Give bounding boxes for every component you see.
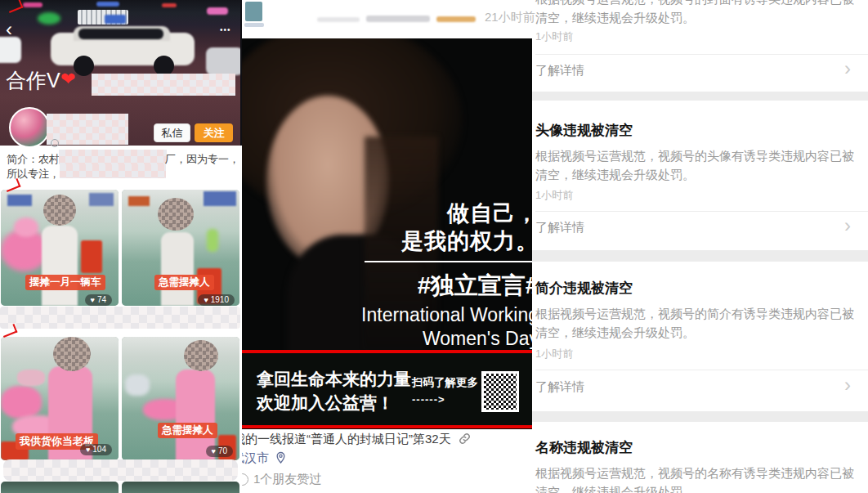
notification-title: 简介违规被清空 bbox=[535, 279, 633, 298]
link-icon[interactable] bbox=[459, 432, 471, 445]
like-count: ♥ 74 bbox=[85, 294, 112, 306]
car-left bbox=[0, 37, 21, 63]
back-icon[interactable]: ‹ bbox=[6, 20, 12, 39]
banner-line2: 欢迎加入公益营！ bbox=[257, 392, 394, 415]
profile-panel: ‹ ••• 合作V ❤ 私信 关注 简介：农村 厂，因为专一， 所以专注， bbox=[0, 0, 242, 493]
blue-sign bbox=[105, 15, 126, 24]
notifications-panel: 根据视频号运营规范，视频号的封面有诱导类违规内容已被清空，继续违规会升级处罚。 … bbox=[532, 0, 868, 493]
poster-english1: International Working bbox=[361, 304, 532, 326]
post-caption: 我的一线报道“普通人的封城日记”第32天 bbox=[242, 432, 532, 447]
neon-sign bbox=[207, 7, 228, 15]
qr-code bbox=[481, 371, 519, 412]
like-count: ♥ 104 bbox=[80, 444, 112, 455]
blurred-face bbox=[158, 198, 194, 231]
page-title: 合作V bbox=[6, 67, 60, 94]
notification-body: 根据视频号运营规范，视频号的名称有诱导类违规内容已被清空，继续违规会升级处罚。 bbox=[535, 464, 859, 493]
green-neon bbox=[38, 12, 60, 25]
post-panel: 做自己， 是我的权力。 #独立宣言# International Working… bbox=[242, 0, 532, 493]
neon-sign bbox=[96, 2, 119, 7]
bio-blur-1 bbox=[59, 150, 167, 164]
notification-body: 根据视频号运营规范，视频号的简介有诱导类违规内容已被清空，继续违规会升级处罚。 bbox=[535, 304, 859, 342]
video-thumb-2[interactable]: 急需摆摊人 ♥ 1910 bbox=[122, 190, 239, 306]
overlay-timestamp: 21小时前 bbox=[485, 10, 535, 25]
blurred-strip-2 bbox=[3, 459, 238, 481]
notification-body: 根据视频号运营规范，视频号的头像有诱导类违规内容已被清空，继续违规会升级处罚。 bbox=[535, 146, 859, 184]
red-annotation bbox=[7, 0, 24, 13]
like-count: ♥ 70 bbox=[206, 446, 233, 457]
banner-line1: 拿回生命本来的力量 bbox=[257, 368, 411, 391]
video-caption: 摆摊一月一辆车 bbox=[25, 275, 105, 290]
divider bbox=[535, 211, 868, 212]
gender-icon bbox=[51, 139, 59, 147]
divider bbox=[535, 370, 868, 370]
details-link[interactable]: 了解详情 bbox=[535, 63, 584, 78]
blurred-username bbox=[92, 74, 235, 96]
blurred-face bbox=[43, 195, 76, 226]
post-image[interactable]: 做自己， 是我的权力。 #独立宣言# International Working… bbox=[242, 38, 532, 429]
heart-icon: ♥ bbox=[91, 295, 95, 305]
poster-rule bbox=[365, 261, 532, 262]
header-blur-text bbox=[317, 17, 360, 22]
section-separator bbox=[532, 92, 868, 101]
heart-icon: ♥ bbox=[86, 445, 90, 455]
video-thumb-3[interactable]: 我供货你当老板 ♥ 104 bbox=[1, 337, 119, 460]
heart-icon: ♥ bbox=[212, 446, 216, 456]
car-right bbox=[206, 47, 242, 75]
dashed-arrow-icon: ------> bbox=[412, 393, 445, 406]
header-blur-link bbox=[436, 16, 476, 22]
like-icon-partial bbox=[242, 473, 248, 486]
more-icon[interactable]: ••• bbox=[220, 25, 231, 34]
like-count: ♥ 1910 bbox=[198, 294, 235, 306]
location-pin-icon bbox=[275, 451, 286, 464]
header-blur-text bbox=[366, 16, 430, 22]
details-link[interactable]: 了解详情 bbox=[535, 379, 584, 395]
poster-banner: 拿回生命本来的力量 欢迎加入公益营！ 扫码了解更多 ------> bbox=[242, 353, 532, 425]
bio-blur-2 bbox=[60, 164, 166, 178]
section-separator bbox=[532, 411, 868, 422]
poster-text-line1: 做自己， bbox=[447, 199, 532, 228]
section-separator bbox=[532, 250, 868, 262]
video-thumb-5-partial[interactable] bbox=[1, 482, 119, 493]
blurred-face bbox=[53, 337, 91, 371]
blurred-strip-1 bbox=[0, 307, 240, 329]
details-link[interactable]: 了解详情 bbox=[535, 220, 584, 235]
poster-text-line2: 是我的权力。 bbox=[401, 226, 532, 256]
follow-button[interactable]: 关注 bbox=[195, 123, 233, 142]
video-caption: 急需摆摊人 bbox=[158, 423, 217, 438]
notification-time: 1小时前 bbox=[535, 188, 573, 203]
friend-likes[interactable]: 1个朋友赞过 bbox=[253, 472, 321, 487]
video-thumb-6-partial[interactable] bbox=[122, 482, 239, 493]
post-location[interactable]: 武汉市 bbox=[242, 450, 286, 466]
notification-time: 1小时前 bbox=[535, 29, 573, 44]
divider bbox=[535, 54, 868, 55]
bio-label: 简介：农村 bbox=[7, 152, 60, 167]
bio-line1-end: 厂，因为专一， bbox=[165, 152, 239, 167]
video-caption: 急需摆摊人 bbox=[154, 275, 214, 290]
poster-english2: Women's Day bbox=[423, 328, 532, 350]
qr-label: 扫码了解更多 bbox=[412, 375, 478, 390]
video-thumb-1[interactable]: 摆摊一月一辆车 ♥ 74 bbox=[1, 190, 119, 306]
notification-title: 名称违规被清空 bbox=[535, 438, 633, 457]
notification-title: 头像违规被清空 bbox=[535, 121, 633, 140]
red-underline-2 bbox=[242, 425, 532, 428]
message-button[interactable]: 私信 bbox=[154, 123, 190, 142]
car-suv bbox=[51, 25, 195, 67]
notification-body: 根据视频号运营规范，视频号的封面有诱导类违规内容已被清空，继续违规会升级处罚。 bbox=[535, 0, 859, 27]
poster-avatar[interactable] bbox=[245, 2, 262, 21]
chevron-right-icon[interactable]: › bbox=[844, 59, 851, 78]
chevron-right-icon[interactable]: › bbox=[844, 375, 851, 395]
heart-emoji-icon: ❤ bbox=[60, 69, 75, 90]
poster-name-blur bbox=[244, 23, 264, 27]
screenshot-root: ‹ ••• 合作V ❤ 私信 关注 简介：农村 厂，因为专一， 所以专注， bbox=[0, 0, 868, 493]
neon-sign bbox=[162, 3, 177, 7]
chevron-right-icon[interactable]: › bbox=[844, 216, 851, 235]
poster-hashtag: #独立宣言# bbox=[418, 270, 532, 303]
heart-icon: ♥ bbox=[204, 295, 208, 305]
blurred-name bbox=[47, 114, 128, 145]
blurred-face bbox=[184, 340, 218, 371]
notification-time: 1小时前 bbox=[535, 347, 573, 361]
avatar[interactable] bbox=[9, 107, 50, 148]
neon-sign bbox=[23, 2, 43, 7]
video-thumb-4[interactable]: 急需摆摊人 ♥ 70 bbox=[122, 337, 239, 460]
